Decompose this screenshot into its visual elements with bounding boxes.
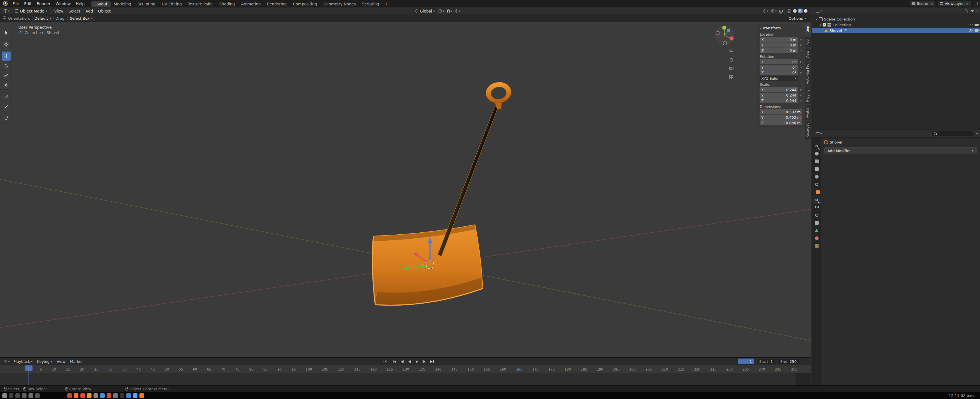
n-panel-tab[interactable]: Auto-Rig Pro — [805, 62, 811, 86]
topbar-menu-item[interactable]: Edit — [22, 0, 34, 7]
outliner-row-collection[interactable]: ▾ ✓ Collection — [812, 22, 980, 28]
frame-start-field[interactable]: Start1 — [756, 359, 775, 364]
tool-move-button[interactable] — [2, 52, 11, 61]
properties-tab[interactable] — [812, 173, 821, 180]
shading-wireframe-button[interactable] — [787, 8, 792, 13]
3d-scene-canvas[interactable] — [0, 22, 811, 357]
tool-transform-button[interactable] — [2, 81, 11, 90]
dimensions-y-field[interactable]: Y0.492 m — [760, 115, 802, 120]
options-dropdown[interactable]: Options ▾ — [786, 16, 808, 21]
active-tool-icon[interactable] — [3, 16, 6, 20]
render-visibility-icon[interactable] — [975, 29, 978, 32]
camera-view-icon[interactable] — [729, 66, 734, 71]
n-panel-tab[interactable]: Avatar — [805, 105, 811, 120]
scale-y-field[interactable]: Y0.244 — [760, 93, 798, 98]
proportional-editing-toggle[interactable]: ▾ — [453, 8, 462, 14]
scene-selector[interactable]: Scene × — [910, 1, 935, 6]
timeline-editor-type-button[interactable]: ▾ — [2, 358, 11, 364]
taskbar-app-icon[interactable] — [113, 393, 118, 398]
gizmo-z-axis[interactable] — [727, 29, 730, 32]
breadcrumb-object-name[interactable]: Shovel — [830, 140, 842, 144]
rotation-x-field[interactable]: X0° — [760, 59, 798, 64]
hide-eye-icon[interactable] — [969, 24, 973, 26]
viewport-menu-item[interactable]: View — [52, 8, 66, 14]
properties-tab[interactable] — [812, 219, 821, 227]
shovel-grip[interactable] — [484, 80, 514, 111]
scale-x-field[interactable]: X0.244 — [760, 87, 798, 92]
properties-tab[interactable] — [812, 150, 821, 157]
shading-material-button[interactable] — [798, 8, 803, 13]
properties-tab[interactable] — [812, 204, 821, 211]
workspace-tab[interactable]: Modeling — [111, 1, 134, 7]
taskbar-app-icon[interactable] — [133, 393, 137, 398]
zoom-icon[interactable] — [729, 48, 734, 53]
playhead[interactable]: 1 — [29, 366, 29, 386]
properties-tab[interactable] — [812, 196, 821, 204]
tool-cursor-button[interactable] — [2, 40, 11, 49]
perspective-toggle-icon[interactable] — [729, 74, 734, 80]
properties-tab[interactable] — [812, 157, 821, 165]
taskbar-app-icon[interactable] — [87, 393, 92, 398]
viewport-menu-item[interactable]: Select — [66, 8, 83, 14]
3d-viewport[interactable]: User Perspective (1) Collection | Shovel — [0, 22, 811, 357]
tool-select-box-button[interactable] — [2, 28, 11, 37]
outliner-filter-caret-icon[interactable]: ▾ — [976, 10, 978, 13]
properties-tab[interactable] — [815, 188, 821, 196]
n-panel-tab[interactable]: View — [805, 48, 811, 61]
gizmo-y-axis[interactable] — [722, 25, 726, 30]
workspace-tab[interactable]: Geometry Nodes — [320, 1, 359, 7]
editor-type-button[interactable]: ▾ — [2, 8, 11, 14]
gizmo-y-neg-axis[interactable] — [723, 41, 727, 45]
properties-tab[interactable] — [812, 165, 821, 173]
animate-dot[interactable] — [799, 44, 802, 46]
taskbar-app-icon[interactable] — [74, 393, 78, 398]
viewport-menu-item[interactable]: Object — [95, 8, 113, 14]
rotation-mode-dropdown[interactable]: XYZ Euler▾ — [760, 76, 798, 81]
drag-setting-dropdown[interactable]: Select Box ▾ — [67, 16, 95, 21]
transform-orientation-dropdown[interactable]: Global ▾ — [413, 8, 437, 14]
shading-solid-button[interactable] — [792, 8, 797, 13]
properties-tab[interactable] — [812, 234, 821, 242]
add-workspace-button[interactable]: + — [382, 2, 390, 6]
workspace-tab[interactable]: Rendering — [264, 1, 290, 7]
n-panel-tab[interactable]: Rigging — [805, 87, 811, 104]
rotation-y-field[interactable]: Y0° — [760, 65, 798, 70]
taskbar-app-icon[interactable] — [15, 393, 20, 398]
frame-end-field[interactable]: End250 — [778, 359, 799, 364]
tool-scale-button[interactable] — [2, 71, 11, 80]
n-panel-tab[interactable]: Item — [805, 24, 811, 36]
animate-dot[interactable] — [799, 72, 802, 73]
show-gizmo-dropdown[interactable]: ▾ — [762, 8, 770, 14]
previous-keyframe-button[interactable] — [399, 359, 405, 364]
dimensions-x-field[interactable]: X0.502 m — [760, 109, 802, 114]
viewlayer-grid-icon[interactable] — [974, 2, 978, 5]
gizmo-x-axis[interactable] — [730, 36, 733, 40]
outliner-editor-type-button[interactable]: ▾ — [815, 8, 823, 14]
taskbar-app-icon[interactable] — [2, 393, 7, 398]
add-modifier-button[interactable]: Add Modifier ▾ — [824, 147, 977, 154]
taskbar-app-icon[interactable] — [94, 393, 98, 398]
workspace-tab[interactable]: Layout — [91, 1, 111, 7]
topbar-menu-item[interactable]: Render — [34, 0, 53, 7]
rotation-z-field[interactable]: Z0° — [760, 70, 798, 75]
animate-dot[interactable] — [799, 66, 802, 68]
workspace-tab[interactable]: Scripting — [359, 1, 382, 7]
taskbar-app-icon[interactable] — [126, 393, 131, 398]
outliner-row-scene-collection[interactable]: ▾ Scene Collection — [812, 16, 980, 22]
taskbar-app-icon[interactable] — [100, 393, 105, 398]
render-visibility-icon[interactable] — [975, 24, 978, 26]
dimensions-z-field[interactable]: Z0.836 m — [760, 120, 802, 125]
pivot-point-dropdown[interactable]: ▾ — [437, 8, 445, 14]
location-z-field[interactable]: Z0 m — [760, 48, 798, 53]
animate-dot[interactable] — [799, 61, 802, 63]
properties-search-input[interactable] — [931, 131, 974, 136]
taskbar-app-icon[interactable] — [9, 393, 13, 398]
properties-tab[interactable] — [812, 180, 821, 188]
topbar-menu-item[interactable]: File — [10, 0, 22, 7]
expander-icon[interactable]: ▾ — [819, 23, 822, 27]
taskbar-app-icon[interactable] — [107, 393, 111, 398]
timeline-body[interactable] — [0, 374, 811, 385]
animate-dot[interactable] — [799, 50, 802, 51]
taskbar-app-icon[interactable] — [140, 393, 144, 398]
tool-measure-button[interactable] — [2, 102, 11, 111]
